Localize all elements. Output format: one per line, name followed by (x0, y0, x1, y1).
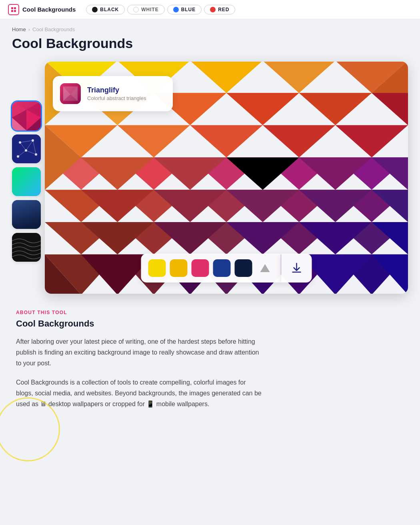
svg-marker-42 (118, 125, 190, 158)
svg-marker-36 (263, 62, 336, 93)
swatch-pink[interactable] (192, 259, 209, 277)
logo-icon (8, 4, 19, 15)
main-area: Trianglify Colorful abstract triangles (0, 54, 420, 461)
page-title: Cool Backgrounds (12, 36, 408, 51)
breadcrumb-home[interactable]: Home (12, 26, 26, 32)
download-icon (290, 262, 303, 275)
blue-dot (173, 7, 179, 12)
swatch-darkblue[interactable] (235, 259, 252, 277)
tool-section: Trianglify Colorful abstract triangles (12, 62, 408, 294)
nav-color-black[interactable]: BLACK (86, 5, 125, 14)
svg-marker-34 (190, 62, 263, 93)
svg-rect-0 (11, 7, 13, 9)
nav-color-blue[interactable]: BLUE (167, 5, 202, 14)
red-dot (210, 7, 216, 12)
top-nav: Cool Backgrounds BLACK WHITE BLUE RED (0, 0, 420, 19)
about-paragraph-1: After laboring over your latest piece of… (16, 336, 264, 369)
about-title: Cool Backgrounds (16, 319, 404, 329)
nav-color-items: BLACK WHITE BLUE RED (86, 5, 235, 14)
svg-marker-48 (335, 125, 408, 158)
svg-rect-23 (12, 200, 41, 229)
deco-circle (0, 397, 60, 461)
black-label: BLACK (100, 7, 119, 12)
palette-swatches (141, 254, 281, 283)
breadcrumb-current: Cool Backgrounds (32, 26, 75, 32)
breadcrumb-area: Home › Cool Backgrounds Cool Backgrounds (0, 19, 420, 54)
white-dot (133, 7, 139, 12)
tool-icon (60, 83, 81, 104)
white-label: WHITE (141, 7, 158, 12)
thumb-darkblue[interactable] (12, 200, 41, 229)
about-label: About This Tool (16, 310, 404, 315)
svg-marker-45 (226, 93, 299, 125)
preview-card: Trianglify Colorful abstract triangles (45, 62, 408, 294)
red-label: RED (218, 7, 229, 12)
svg-rect-22 (12, 167, 41, 196)
about-paragraph-2: Cool Backgrounds is a collection of tool… (16, 377, 264, 410)
tool-name: Trianglify (87, 86, 146, 94)
svg-rect-2 (11, 10, 13, 12)
svg-marker-46 (263, 125, 336, 158)
thumb-trianglify[interactable] (12, 102, 41, 130)
black-dot (92, 7, 98, 12)
svg-marker-44 (190, 125, 263, 158)
logo-text: Cool Backgrounds (22, 6, 76, 13)
thumb-waves[interactable] (12, 233, 41, 262)
download-button[interactable] (281, 254, 312, 283)
bottom-decoration (12, 417, 408, 449)
svg-rect-3 (14, 10, 16, 12)
swatch-yellow[interactable] (148, 259, 166, 277)
breadcrumb: Home › Cool Backgrounds (12, 26, 408, 32)
palette-bar (141, 254, 312, 283)
tool-tooltip-card: Trianglify Colorful abstract triangles (53, 76, 173, 111)
thumb-gradient[interactable] (12, 167, 41, 196)
thumb-network[interactable] (12, 134, 41, 163)
nav-color-white[interactable]: WHITE (127, 5, 164, 14)
thumb-sidebar (12, 62, 45, 294)
about-section: About This Tool Cool Backgrounds After l… (12, 310, 408, 409)
svg-marker-47 (299, 93, 372, 125)
mobile-emoji: 📱 (146, 401, 154, 407)
swatch-blue[interactable] (213, 259, 231, 277)
about-para2-text3: mobile wallpapers. (154, 401, 209, 407)
blue-label: BLUE (181, 7, 196, 12)
tool-info: Trianglify Colorful abstract triangles (87, 86, 146, 101)
about-para2-text2: desktop wallpapers or cropped for (46, 401, 146, 407)
triangle-icon (260, 264, 270, 272)
swatch-triangle-btn[interactable] (256, 259, 274, 277)
breadcrumb-separator: › (28, 26, 30, 32)
tool-description: Colorful abstract triangles (87, 95, 146, 101)
swatch-darkyellow[interactable] (170, 259, 188, 277)
logo[interactable]: Cool Backgrounds (8, 4, 76, 15)
svg-rect-10 (12, 134, 41, 163)
svg-rect-1 (14, 7, 16, 9)
svg-marker-49 (372, 93, 408, 125)
nav-color-red[interactable]: RED (204, 5, 235, 14)
